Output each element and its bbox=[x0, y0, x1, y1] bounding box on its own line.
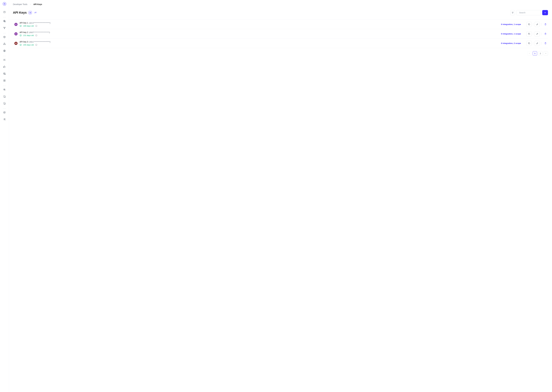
avatar: M bbox=[14, 42, 18, 45]
api-key-mask: 082f********************** bbox=[29, 31, 50, 34]
svg-point-34 bbox=[20, 44, 22, 46]
nav-users-icon[interactable] bbox=[2, 57, 7, 63]
search-field[interactable] bbox=[516, 10, 541, 15]
svg-point-14 bbox=[4, 80, 5, 81]
main-content: Developer Tools API Keys API Keys bbox=[9, 0, 552, 392]
api-key-row[interactable]: A API key 2 082f********************** 1… bbox=[13, 29, 548, 39]
avatar: A bbox=[14, 32, 18, 35]
check-circle-icon bbox=[20, 25, 22, 27]
edit-button[interactable] bbox=[535, 41, 540, 46]
nav-activity-icon[interactable] bbox=[2, 9, 7, 15]
copy-button[interactable] bbox=[526, 22, 532, 27]
info-icon[interactable] bbox=[35, 25, 37, 27]
api-key-name: API key 2 bbox=[20, 31, 28, 34]
svg-point-15 bbox=[4, 89, 5, 90]
svg-rect-33 bbox=[529, 34, 530, 35]
svg-point-2 bbox=[4, 3, 5, 4]
svg-point-31 bbox=[20, 35, 22, 36]
api-key-meta: 0 integration, 1 scope bbox=[501, 23, 521, 25]
breadcrumb-current: API Keys bbox=[33, 3, 42, 6]
check-circle-icon bbox=[20, 44, 22, 46]
svg-rect-23 bbox=[30, 12, 30, 13]
nav-thumbs-icon[interactable] bbox=[2, 64, 7, 69]
api-key-row[interactable]: M API key 3 4de1********************** 1… bbox=[13, 39, 548, 48]
breadcrumb-parent[interactable]: Developer Tools bbox=[13, 3, 27, 6]
sort-button[interactable] bbox=[34, 11, 37, 14]
check-circle-icon bbox=[20, 34, 22, 36]
nav-zoom-icon[interactable] bbox=[2, 87, 7, 92]
nav-globe-icon[interactable] bbox=[2, 48, 7, 53]
separator bbox=[541, 33, 541, 35]
edit-button[interactable] bbox=[535, 22, 540, 27]
nav-cube-icon[interactable] bbox=[2, 35, 7, 40]
separator bbox=[541, 23, 541, 26]
svg-rect-36 bbox=[529, 43, 530, 44]
api-key-meta: 0 integration, 1 scope bbox=[501, 33, 521, 35]
api-key-name: API key 3 bbox=[20, 41, 28, 43]
page-number-button[interactable]: 2 bbox=[538, 51, 543, 56]
delete-button[interactable] bbox=[543, 22, 548, 27]
delete-button[interactable] bbox=[543, 31, 548, 36]
api-key-mask: ab13********************** bbox=[29, 22, 51, 24]
svg-rect-30 bbox=[529, 24, 530, 25]
api-key-row[interactable]: A API key 1 ab13********************** 1… bbox=[13, 20, 548, 29]
sidebar bbox=[0, 0, 9, 392]
view-toggle-button[interactable] bbox=[29, 11, 32, 14]
svg-point-19 bbox=[3, 111, 6, 113]
edit-button[interactable] bbox=[535, 31, 540, 36]
separator bbox=[533, 33, 533, 35]
pagination: 12 bbox=[9, 48, 552, 59]
api-keys-list: A API key 1 ab13********************** 1… bbox=[9, 20, 552, 48]
page-prev-button[interactable] bbox=[527, 51, 532, 56]
svg-rect-26 bbox=[30, 13, 31, 13]
nav-globe-gear-icon[interactable] bbox=[2, 19, 7, 24]
page-header: API Keys bbox=[9, 8, 552, 20]
svg-rect-24 bbox=[30, 12, 31, 13]
svg-point-9 bbox=[4, 59, 4, 60]
svg-point-22 bbox=[5, 120, 5, 120]
svg-point-20 bbox=[5, 119, 5, 119]
nav-database-icon[interactable] bbox=[2, 71, 7, 76]
copy-button[interactable] bbox=[526, 31, 532, 36]
svg-point-17 bbox=[4, 97, 5, 98]
api-key-mask: 4de1********************** bbox=[29, 41, 51, 43]
filter-button[interactable] bbox=[510, 10, 515, 15]
nav-settings-icon[interactable] bbox=[2, 117, 7, 122]
copy-button[interactable] bbox=[526, 41, 532, 46]
chevron-right-icon bbox=[30, 3, 31, 6]
nav-contact-icon[interactable] bbox=[2, 78, 7, 83]
svg-rect-25 bbox=[30, 13, 30, 13]
separator bbox=[541, 42, 541, 45]
svg-point-28 bbox=[20, 25, 22, 27]
separator bbox=[533, 23, 533, 26]
breadcrumb: Developer Tools API Keys bbox=[9, 0, 552, 8]
search-input[interactable] bbox=[519, 11, 545, 14]
page-next-button[interactable] bbox=[544, 51, 548, 56]
info-icon[interactable] bbox=[35, 34, 37, 36]
nav-doc-block-icon[interactable] bbox=[2, 101, 7, 106]
separator bbox=[533, 42, 533, 45]
avatar: A bbox=[14, 23, 18, 26]
nav-doc-search-icon[interactable] bbox=[2, 94, 7, 99]
nav-network-icon[interactable] bbox=[2, 25, 7, 31]
svg-point-11 bbox=[4, 73, 5, 73]
logo[interactable] bbox=[2, 2, 7, 6]
svg-point-21 bbox=[4, 119, 4, 119]
api-key-meta: 0 integration, 2 scope bbox=[501, 42, 521, 44]
api-key-age: 155 days old bbox=[23, 44, 34, 46]
api-key-name: API key 1 bbox=[20, 22, 28, 24]
api-key-age: 189 days old bbox=[23, 25, 34, 27]
info-icon[interactable] bbox=[35, 44, 37, 46]
svg-point-10 bbox=[5, 59, 5, 60]
svg-point-16 bbox=[4, 89, 5, 90]
add-button[interactable] bbox=[542, 10, 548, 15]
nav-compass-icon[interactable] bbox=[2, 110, 7, 115]
nav-cubes-icon[interactable] bbox=[2, 41, 7, 47]
plus-icon bbox=[544, 12, 546, 14]
delete-button[interactable] bbox=[543, 41, 548, 46]
page-title: API Keys bbox=[13, 11, 27, 14]
page-number-button[interactable]: 1 bbox=[533, 51, 537, 56]
api-key-age: 131 days old bbox=[23, 34, 34, 36]
